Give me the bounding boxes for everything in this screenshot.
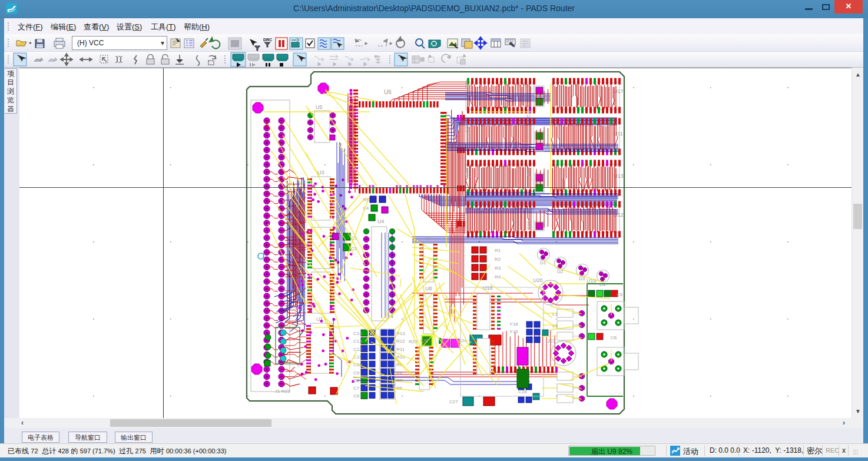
svg-text:C14: C14 bbox=[353, 331, 362, 336]
svg-text:C9: C9 bbox=[353, 370, 360, 376]
svg-text:R4: R4 bbox=[495, 274, 501, 280]
svg-text:C12: C12 bbox=[353, 347, 362, 352]
svg-text:C19: C19 bbox=[526, 221, 531, 230]
svg-text:U9: U9 bbox=[421, 338, 428, 344]
svg-text:U8: U8 bbox=[425, 286, 432, 291]
svg-text:L1: L1 bbox=[552, 311, 558, 317]
svg-text:R1: R1 bbox=[495, 248, 501, 253]
svg-text:C15: C15 bbox=[526, 109, 531, 118]
svg-text:R2: R2 bbox=[495, 257, 501, 262]
svg-text:J1 R23: J1 R23 bbox=[275, 389, 290, 394]
svg-text:C5: C5 bbox=[617, 292, 623, 297]
svg-text:C1a: C1a bbox=[464, 79, 469, 88]
svg-text:D4: D4 bbox=[599, 282, 606, 287]
svg-text:R12: R12 bbox=[396, 339, 405, 344]
svg-text:DRC: DRC bbox=[263, 38, 272, 42]
svg-text:C6: C6 bbox=[611, 335, 617, 340]
svg-text:U4: U4 bbox=[377, 218, 385, 224]
svg-text:C6: C6 bbox=[353, 393, 360, 399]
svg-text:C7: C7 bbox=[353, 386, 360, 391]
svg-text:R3: R3 bbox=[495, 266, 501, 271]
svg-text:R6: R6 bbox=[396, 386, 403, 391]
svg-text:U13: U13 bbox=[614, 173, 624, 179]
svg-text:R11: R11 bbox=[396, 347, 405, 352]
svg-text:C13: C13 bbox=[353, 339, 362, 344]
svg-text:C18: C18 bbox=[464, 168, 469, 177]
svg-text:F16: F16 bbox=[510, 321, 518, 327]
svg-text:C27: C27 bbox=[449, 399, 458, 404]
svg-text:U7: U7 bbox=[425, 235, 432, 241]
svg-text:U23: U23 bbox=[546, 338, 556, 344]
svg-text:U17: U17 bbox=[614, 88, 624, 94]
svg-text:C16: C16 bbox=[526, 168, 531, 177]
svg-text:U5: U5 bbox=[316, 104, 323, 110]
svg-text:R8: R8 bbox=[396, 370, 403, 376]
svg-text:F15: F15 bbox=[510, 329, 518, 334]
svg-text:U6: U6 bbox=[384, 89, 392, 95]
svg-text:C13: C13 bbox=[464, 124, 469, 132]
svg-text:U11: U11 bbox=[614, 131, 623, 137]
svg-text:U20: U20 bbox=[533, 277, 543, 283]
